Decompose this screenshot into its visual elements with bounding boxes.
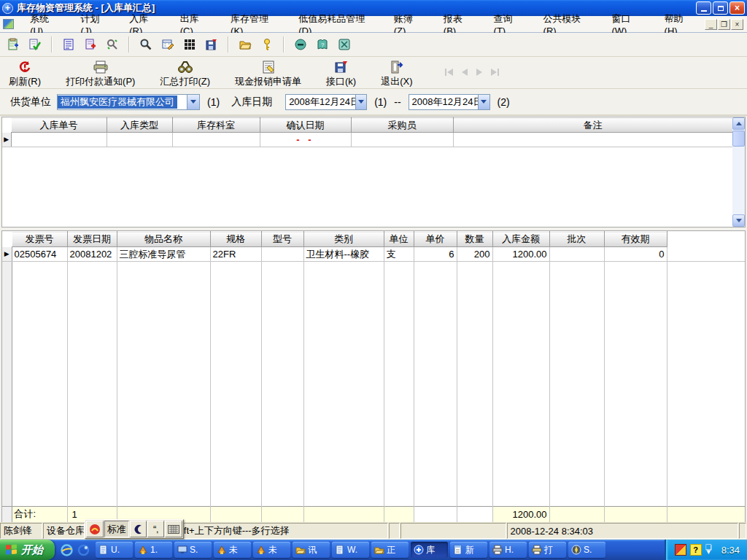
column-header-stock-dept[interactable]: 库存科室 (172, 118, 260, 133)
column-header-expiry[interactable]: 有效期 (604, 232, 667, 247)
column-header-category[interactable]: 类别 (303, 232, 384, 247)
column-header-invoice-no[interactable]: 发票号 (12, 232, 67, 247)
cell-confirm-date[interactable]: - - (260, 133, 351, 147)
scrollbar-thumb[interactable] (732, 131, 745, 147)
add-document-icon[interactable] (82, 36, 99, 53)
cell-amount[interactable]: 1200.00 (492, 247, 549, 262)
task-button[interactable]: 未 (253, 542, 290, 558)
chevron-down-icon[interactable] (478, 95, 489, 109)
help-book-icon[interactable]: ? (314, 36, 331, 53)
column-header-order-type[interactable]: 入库类型 (107, 118, 172, 133)
column-header-unit[interactable]: 单位 (384, 232, 414, 247)
supplier-combobox[interactable]: 福州飘安医疗器械有限公司 (57, 94, 200, 110)
export-save-icon[interactable] (203, 36, 220, 53)
menu-plan[interactable]: 计划(J) (71, 16, 120, 32)
task-button[interactable]: 正 (371, 542, 409, 558)
folder-open-icon[interactable] (236, 36, 254, 53)
cell-unit[interactable]: 支 (384, 247, 414, 262)
nav-first-icon[interactable] (445, 69, 453, 76)
cell-purchaser[interactable] (351, 133, 453, 147)
print-payment-notice-button[interactable]: 打印付款通知(P) (63, 58, 138, 89)
column-header-order-no[interactable]: 入库单号 (11, 118, 107, 133)
task-button[interactable]: 未 (214, 542, 251, 558)
cell-model[interactable] (261, 247, 303, 262)
scroll-up-icon[interactable] (732, 117, 745, 130)
menu-help[interactable]: 帮助(H) (654, 16, 705, 32)
outlook-express-icon[interactable] (77, 544, 90, 556)
task-button[interactable]: U. (96, 542, 133, 558)
verify-icon[interactable] (26, 36, 44, 53)
child-close-button[interactable]: × (731, 19, 743, 30)
chevron-down-icon[interactable] (355, 95, 366, 109)
edit-form-icon[interactable] (159, 36, 177, 53)
column-header-spec[interactable]: 规格 (210, 232, 261, 247)
interface-button[interactable]: 接口(k) (323, 58, 359, 89)
column-header-batch[interactable]: 批次 (549, 232, 604, 247)
menu-consumables[interactable]: 低值易耗品管理(D) (288, 16, 384, 32)
key-icon[interactable] (258, 36, 276, 53)
cell-spec[interactable]: 22FR (210, 247, 261, 262)
ime-logo-icon[interactable] (86, 521, 104, 537)
menu-ledger[interactable]: 账簿(Z) (384, 16, 433, 32)
search-icon[interactable] (137, 36, 155, 53)
menu-window[interactable]: 窗口(W) (601, 16, 654, 32)
find-item-icon[interactable] (104, 36, 121, 53)
cell-invoice-date[interactable]: 20081202 (67, 247, 117, 262)
cell-batch[interactable] (549, 247, 604, 262)
column-header-item-name[interactable]: 物品名称 (117, 232, 210, 247)
task-button[interactable]: 1. (135, 542, 172, 558)
date-from-picker[interactable]: 2008年12月24日 (285, 94, 367, 110)
cell-category[interactable]: 卫生材料--橡胶 (303, 247, 384, 262)
close-button[interactable]: × (729, 1, 745, 15)
column-header-unit-price[interactable]: 单价 (414, 232, 457, 247)
nav-prev-icon[interactable] (462, 69, 468, 76)
report-icon[interactable] (60, 36, 77, 53)
close-box-icon[interactable] (336, 36, 353, 53)
menu-inventory[interactable]: 库存管理(K) (220, 16, 288, 32)
column-header-amount[interactable]: 入库金额 (492, 232, 549, 247)
task-button-active[interactable]: 库 (411, 542, 448, 558)
grid-icon[interactable] (181, 36, 198, 53)
item-row[interactable]: ▶ 02505674 20081202 三腔标准导尿管 22FR 卫生材料--橡… (2, 247, 745, 262)
ie-icon[interactable] (61, 544, 73, 556)
minus-circle-icon[interactable] (292, 36, 309, 53)
task-button[interactable]: W. (332, 542, 369, 558)
refresh-button[interactable]: 刷新(R) (6, 58, 44, 89)
menu-system[interactable]: 系统(U) (20, 16, 70, 32)
task-button[interactable]: S. (174, 542, 212, 558)
tray-app-icon[interactable] (675, 544, 686, 556)
chevron-down-icon[interactable] (187, 95, 199, 109)
new-note-icon[interactable] (4, 36, 22, 53)
column-header-invoice-date[interactable]: 发票日期 (67, 232, 117, 247)
menu-reports[interactable]: 报表(B) (433, 16, 484, 32)
nav-next-icon[interactable] (476, 69, 482, 76)
cash-reimbursement-button[interactable]: 现金报销申请单 (232, 58, 304, 89)
date-to-picker[interactable]: 2008年12月24日 (409, 94, 490, 110)
child-minimize-button[interactable]: _ (705, 19, 717, 30)
task-button[interactable]: S. (568, 542, 605, 558)
cell-item-name[interactable]: 三腔标准导尿管 (117, 247, 210, 262)
column-header-purchaser[interactable]: 采购员 (351, 118, 453, 133)
exit-button[interactable]: 退出(X) (378, 58, 415, 89)
column-header-model[interactable]: 型号 (261, 232, 303, 247)
menu-common-modules[interactable]: 公共模块(R) (533, 16, 602, 32)
cell-unit-price[interactable]: 6 (414, 247, 457, 262)
orders-empty-row[interactable]: ▶ - - (2, 133, 732, 147)
ime-fullhalf-icon[interactable] (130, 521, 147, 537)
ime-punctuation-icon[interactable]: “‚ (147, 521, 164, 537)
menu-outbound[interactable]: 出库(C) (170, 16, 220, 32)
ime-keyboard-icon[interactable] (165, 521, 182, 537)
child-window-icon[interactable] (3, 19, 14, 29)
menu-inbound[interactable]: 入库(R) (119, 16, 169, 32)
task-button[interactable]: 新 (450, 542, 487, 558)
task-button[interactable]: 讯 (293, 542, 330, 558)
task-button[interactable]: H. (489, 542, 527, 558)
orders-vertical-scrollbar[interactable] (732, 117, 745, 227)
hide-icons-chevron-icon[interactable]: ❏▾ (705, 545, 712, 554)
ime-mode-button[interactable]: 标准 (104, 521, 129, 537)
child-restore-button[interactable]: ❐ (718, 19, 730, 30)
task-button[interactable]: 打 (529, 542, 566, 558)
column-header-quantity[interactable]: 数量 (457, 232, 492, 247)
start-button[interactable]: 开始 (0, 540, 55, 560)
column-header-confirm-date[interactable]: 确认日期 (260, 118, 351, 133)
